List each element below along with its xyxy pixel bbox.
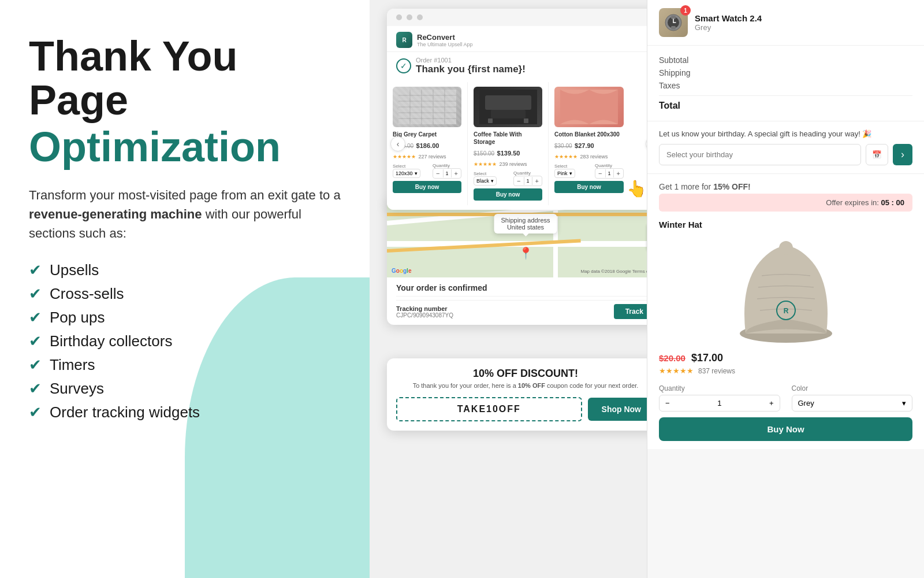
browser-bar bbox=[387, 9, 647, 26]
check-icon: ✔ bbox=[29, 380, 42, 398]
discount-actions: TAKE10OFF Shop Now bbox=[396, 397, 647, 421]
check-icon: ✔ bbox=[29, 261, 42, 279]
panel-header: 1 Smart Watch 2.4 Grey bbox=[647, 0, 924, 46]
select-box-blanket[interactable]: Pink ▾ bbox=[554, 169, 575, 178]
app-tagline: The Ultimate Upsell App bbox=[417, 42, 473, 47]
svg-rect-14 bbox=[524, 118, 528, 123]
hat-qty-minus[interactable]: − bbox=[665, 399, 670, 407]
browser-mockup: R ReConvert The Ultimate Upsell App ✓ Or… bbox=[387, 9, 647, 210]
svg-rect-11 bbox=[485, 95, 531, 110]
birthday-confirm-button[interactable]: › bbox=[893, 144, 912, 165]
qty-plus-carpet[interactable]: + bbox=[452, 169, 461, 178]
product-price-table: $150.00 $139.50 bbox=[474, 147, 542, 158]
subtotal-label: Subtotal bbox=[659, 55, 688, 65]
hat-color-label: Color bbox=[792, 384, 913, 392]
svg-text:R: R bbox=[783, 307, 788, 315]
product-card-table: Coffee Table With Storage $150.00 $139.5… bbox=[468, 82, 549, 205]
carousel-prev-btn[interactable]: ‹ bbox=[390, 136, 405, 151]
hat-qty-group: Quantity − 1 + bbox=[659, 384, 780, 412]
buy-btn-table[interactable]: Buy now bbox=[474, 188, 542, 201]
select-group-table: Select Black ▾ bbox=[474, 171, 497, 186]
right-panel: 1 Smart Watch 2.4 Grey Subtotal Shipping… bbox=[647, 0, 924, 578]
checklist-item-text: Birthday collectors bbox=[50, 332, 172, 350]
browser-dot-3 bbox=[417, 14, 423, 20]
map-info: Your order is confirmed Tracking number … bbox=[387, 277, 647, 325]
product-stars-carpet: ★★★★★ 227 reviews bbox=[393, 150, 461, 161]
product-name-blanket: Cotton Blanket 200x300 bbox=[554, 131, 624, 138]
select-group-carpet: Select 120x30 ▾ bbox=[393, 164, 420, 178]
app-name: ReConvert bbox=[417, 33, 473, 42]
cart-badge: 1 bbox=[659, 8, 688, 37]
product-image-blanket bbox=[554, 87, 624, 127]
checklist-item-text: Cross-sells bbox=[50, 285, 124, 303]
discount-title: 10% OFF DISCOUNT! bbox=[396, 368, 647, 380]
subtotal-row: Subtotal bbox=[659, 54, 912, 66]
birthday-section: Let us know your birthday. A special gif… bbox=[647, 121, 924, 174]
qty-minus-carpet[interactable]: − bbox=[433, 169, 442, 178]
map-pin-icon: 📍 bbox=[519, 246, 533, 260]
checklist-item-text: Pop ups bbox=[50, 309, 105, 327]
check-icon: ✔ bbox=[29, 403, 42, 421]
check-icon: ✔ bbox=[29, 285, 42, 303]
order-header: ✓ Order #1001 Thank you {first name}! bbox=[387, 52, 647, 77]
app-name-group: ReConvert The Ultimate Upsell App bbox=[417, 33, 473, 47]
hat-qty-plus[interactable]: + bbox=[769, 399, 774, 407]
upsell-section: Get 1 more for 15% OFF! Offer expires in… bbox=[647, 174, 924, 449]
hat-svg: R bbox=[728, 235, 844, 345]
product-stars-blanket: ★★★★★ 283 reviews bbox=[554, 150, 624, 161]
tracking-row: Tracking number CJPC/9090943087YQ Track bbox=[396, 304, 647, 319]
qty-box-table: − 1 + bbox=[513, 176, 542, 186]
qty-minus-blanket[interactable]: − bbox=[595, 169, 605, 178]
product-controls-blanket: Select Pink ▾ Quantity − 1 bbox=[554, 163, 624, 179]
hat-controls: Quantity − 1 + Color Grey ▾ bbox=[659, 384, 912, 412]
app-header: R ReConvert The Ultimate Upsell App bbox=[387, 26, 647, 52]
cart-badge-number: 1 bbox=[680, 5, 691, 16]
product-card-blanket: Cotton Blanket 200x300 $30.00 $27.90 ★★★… bbox=[549, 82, 629, 205]
winter-hat-section: Winter Hat R bbox=[659, 220, 912, 441]
qty-plus-table[interactable]: + bbox=[532, 176, 542, 186]
coupon-code: TAKE10OFF bbox=[396, 397, 582, 421]
page-title-line1: Thank You Page bbox=[29, 35, 341, 122]
track-button[interactable]: Track bbox=[614, 304, 647, 319]
order-number: Order #1001 bbox=[416, 57, 526, 64]
product-carousel: ‹ bbox=[387, 77, 647, 210]
qty-minus-table[interactable]: − bbox=[514, 176, 523, 186]
product-controls-table: Select Black ▾ Quantity − 1 bbox=[474, 171, 542, 186]
checklist-item-text: Timers bbox=[50, 356, 95, 374]
upsell-header: Get 1 more for 15% OFF! bbox=[659, 182, 912, 191]
hat-image-container: R bbox=[728, 235, 844, 345]
order-confirmed-text: Your order is confirmed bbox=[396, 283, 647, 292]
svg-rect-18 bbox=[671, 16, 676, 19]
buy-btn-carpet[interactable]: Buy now bbox=[393, 181, 461, 193]
map-attribution: Map data ©2018 Google Terms of Use bbox=[581, 269, 647, 274]
upsell-get-text: Get 1 more for 15% OFF! bbox=[659, 182, 751, 191]
buy-btn-blanket[interactable]: Buy now bbox=[554, 181, 624, 193]
hat-qty-label: Quantity bbox=[659, 384, 780, 392]
middle-section: R ReConvert The Ultimate Upsell App ✓ Or… bbox=[370, 0, 647, 578]
product-name-table: Coffee Table With Storage bbox=[474, 131, 542, 146]
total-row: Total bbox=[659, 95, 912, 113]
left-section: Thank You Page Optimization Transform yo… bbox=[0, 0, 370, 578]
qty-group-table: Quantity − 1 + bbox=[513, 171, 542, 186]
winter-hat-label: Winter Hat bbox=[659, 220, 702, 229]
product-name-carpet: Big Grey Carpet bbox=[393, 131, 461, 138]
page-title-line2: Optimization bbox=[29, 125, 341, 169]
tracking-number: CJPC/9090943087YQ bbox=[396, 312, 453, 318]
birthday-input[interactable] bbox=[659, 144, 861, 165]
shop-now-button[interactable]: Shop Now bbox=[588, 398, 647, 421]
qty-plus-blanket[interactable]: + bbox=[614, 169, 623, 178]
svg-rect-13 bbox=[488, 118, 493, 123]
checklist-item: ✔Timers bbox=[29, 356, 341, 374]
carpet-svg bbox=[398, 90, 456, 124]
check-icon: ✔ bbox=[29, 356, 42, 374]
hat-color-select[interactable]: Grey ▾ bbox=[792, 395, 913, 412]
hat-buy-button[interactable]: Buy Now bbox=[659, 417, 912, 441]
svg-point-25 bbox=[779, 241, 793, 255]
birthday-text: Let us know your birthday. A special gif… bbox=[659, 129, 912, 138]
select-box-carpet[interactable]: 120x30 ▾ bbox=[393, 169, 420, 178]
hat-reviews-count: 837 reviews bbox=[698, 367, 735, 375]
qty-box-carpet: − 1 + bbox=[433, 168, 461, 179]
calendar-button[interactable]: 📅 bbox=[866, 144, 888, 165]
select-box-table[interactable]: Black ▾ bbox=[474, 176, 497, 186]
checklist-item-text: Order tracking widgets bbox=[50, 403, 200, 421]
